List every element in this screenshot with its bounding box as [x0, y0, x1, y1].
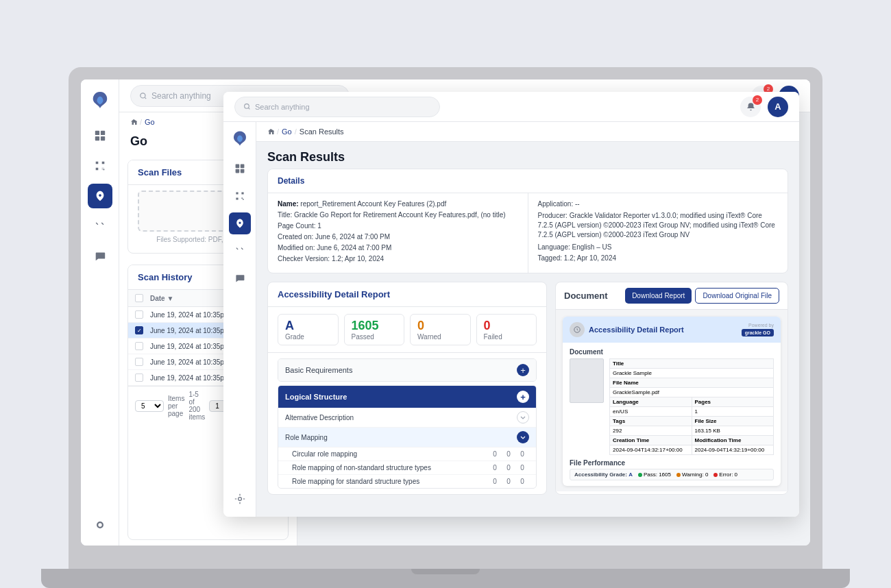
front-window: Search anything 2 A — [223, 92, 799, 517]
fw-info-table: Title Grackle Sample Fil — [609, 358, 774, 455]
fw-req-logical: Logical Structure + Alternative Descript… — [278, 385, 537, 489]
fw-detail-language: Language: English – US — [538, 243, 779, 251]
fw-detail-producer: Producer: Grackle Validator Reporter v1.… — [538, 211, 779, 240]
row-checkbox-1[interactable] — [135, 310, 143, 319]
fw-pass-dot — [638, 473, 642, 477]
row-checkbox-4[interactable] — [135, 358, 143, 366]
fw-sub-s-label: Role mapping for standard structure type… — [292, 478, 488, 485]
fw-sub-nonstandard: Role mapping of non-standard structure t… — [278, 461, 536, 475]
fw-section-title-details: Details — [268, 169, 788, 193]
sidebar — [81, 79, 119, 546]
fw-sub-row-altdesc: Alternative Description — [278, 408, 536, 428]
fw-icon-scan[interactable] — [229, 185, 251, 207]
fw-detail-name: Name: report_Retirement Account Key Feat… — [278, 200, 518, 208]
fw-req-basic: Basic Requirements + — [278, 358, 537, 382]
fw-avatar[interactable]: A — [768, 97, 788, 117]
breadcrumb-go[interactable]: Go — [145, 118, 155, 126]
fw-grade-lbl: Grade — [285, 333, 331, 341]
svg-point-5 — [245, 104, 249, 109]
fw-score-grade: A Grade — [278, 314, 339, 345]
laptop-notch — [411, 569, 480, 574]
fw-passed-val: 1605 — [352, 319, 398, 333]
fw-sub-expand-btn[interactable] — [517, 411, 529, 424]
fw-icon-tools[interactable] — [229, 240, 251, 262]
svg-point-12 — [238, 498, 241, 501]
fw-bc-current: Scan Results — [300, 127, 344, 136]
laptop-base — [41, 569, 850, 588]
fw-detail-created: Created on: June 6, 2024 at 7:00 PM — [278, 233, 518, 241]
fw-req-logical-label: Logical Structure — [285, 393, 347, 401]
fw-req-logical-btn[interactable]: + — [517, 391, 529, 403]
fw-td-pages: 1 — [692, 407, 774, 417]
fw-req-basic-label: Basic Requirements — [285, 366, 352, 374]
sidebar-icon-chat[interactable] — [88, 244, 112, 269]
fw-preview-logo-area: Powered by grackle GO — [742, 323, 774, 336]
fw-td-size: 163.15 KB — [692, 426, 774, 436]
fw-th-pages: Pages — [692, 397, 774, 407]
fw-content: / Go / Scan Results Scan Results Details — [223, 122, 799, 517]
fw-req-basic-btn[interactable]: + — [517, 364, 529, 376]
select-all-checkbox[interactable] — [135, 294, 143, 302]
fw-detail-pagecount: Page Count: 1 — [278, 222, 518, 230]
fw-req-basic-header[interactable]: Basic Requirements + — [278, 359, 536, 381]
sidebar-icon-scan[interactable] — [88, 154, 112, 178]
fw-td-creation: 2024-09-04T14:32:17+00:00 — [610, 445, 692, 455]
fw-doc-info: Title Grackle Sample Fil — [609, 358, 774, 455]
fw-td-modification: 2024-09-04T14:32:19+00:00 — [692, 445, 774, 455]
row-checkbox-5[interactable] — [135, 373, 143, 382]
fw-th-filename: File Name — [610, 378, 774, 388]
breadcrumb-sep: / — [140, 118, 142, 126]
svg-rect-8 — [235, 169, 239, 173]
fw-icon-chat[interactable] — [229, 267, 251, 289]
fw-sub-ns3: 0 — [515, 464, 529, 471]
fw-sub-row-role: Role Mapping — [278, 428, 536, 448]
fw-td-lang: en/US — [610, 407, 692, 417]
download-original-btn[interactable]: Download Original File — [695, 288, 779, 304]
fw-topbar: Search anything 2 A — [223, 92, 799, 122]
fw-error-dot — [713, 473, 718, 477]
sidebar-icon-settings[interactable] — [88, 513, 112, 537]
fw-score-passed: 1605 Passed — [344, 314, 405, 345]
fw-bc-sep2: / — [295, 127, 297, 136]
download-report-btn[interactable]: Download Report — [625, 288, 692, 304]
fw-powered-by: Powered by — [742, 323, 774, 328]
fw-sub-s2: 0 — [502, 478, 515, 485]
fw-icon-rocket[interactable] — [229, 212, 251, 234]
fw-sub-circular: Circular role mapping 0 0 0 — [278, 448, 536, 461]
svg-rect-0 — [95, 131, 99, 135]
fw-details-right: Application: -- Producer: Grackle Valida… — [528, 193, 788, 273]
fw-req-logical-header[interactable]: Logical Structure + — [278, 386, 536, 408]
sidebar-icon-grid[interactable] — [88, 123, 112, 148]
fw-details-grid: Name: report_Retirement Account Key Feat… — [268, 193, 788, 273]
fw-notif-btn[interactable]: 2 — [740, 97, 761, 117]
fw-bc-sep1: / — [277, 127, 279, 136]
fw-score-warned: 0 Warned — [410, 314, 471, 345]
fw-doc-preview: Accessibility Detail Report Powered by g… — [556, 310, 788, 491]
sidebar-icon-tools[interactable] — [88, 214, 112, 238]
fw-document-panel: Document Download Report Download Origin… — [555, 282, 788, 495]
fw-bc-go[interactable]: Go — [282, 127, 292, 136]
fw-failed-val: 0 — [484, 319, 530, 333]
fw-icon-settings[interactable] — [229, 488, 251, 510]
fw-sub-s3: 0 — [515, 478, 529, 485]
fw-preview-title-area: Accessibility Detail Report — [570, 322, 684, 337]
fw-td-filename: GrackleSample.pdf — [610, 388, 774, 397]
sidebar-icon-rocket[interactable] — [88, 184, 112, 208]
fw-doc-btns: Download Report Download Original File — [625, 288, 779, 304]
fw-grackle-logo: grackle GO — [742, 329, 774, 336]
fw-access-title: Accessibility Detail Report — [268, 282, 546, 307]
fw-perf-warn: Warning: 0 — [676, 471, 708, 478]
fw-icon-grid[interactable] — [229, 158, 251, 180]
fw-file-perf: File Performance Accessibility Grade: A … — [570, 459, 774, 480]
row-checkbox-3[interactable] — [135, 342, 143, 350]
fw-notif-badge: 2 — [753, 95, 762, 105]
th-check — [135, 294, 150, 302]
svg-rect-11 — [243, 199, 244, 200]
laptop-screen: Search anything 2 A — [81, 79, 810, 546]
row-checkbox-2[interactable] — [135, 326, 143, 334]
svg-rect-3 — [100, 136, 104, 140]
pagination-info: 1-5 of 200 items — [188, 391, 205, 421]
fw-sub-role-btn[interactable] — [517, 431, 529, 443]
fw-search-box[interactable]: Search anything — [234, 97, 440, 117]
per-page-select[interactable]: 5 10 25 — [135, 400, 164, 412]
